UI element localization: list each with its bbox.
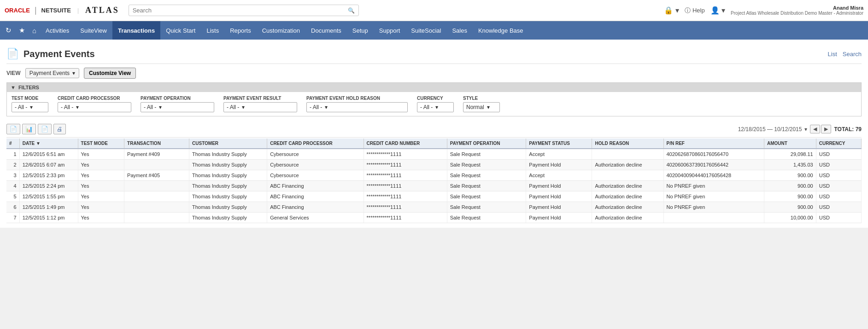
col-header-transaction: TRANSACTION [124,139,189,149]
help-button[interactable]: ⓘ Help [685,6,705,15]
search-input[interactable] [133,7,348,14]
table-row: 212/6/2015 6:07 amYesThomas Industry Sup… [6,160,862,170]
filter-holdreason-label: PAYMENT EVENT HOLD REASON [306,96,408,101]
nav-item-setup[interactable]: Setup [347,21,374,40]
cell-transaction [124,202,189,213]
cell-paystatus: Accept [526,170,592,181]
filter-holdreason: PAYMENT EVENT HOLD REASON - All - ▾ [306,96,408,112]
filter-processor-label: CREDIT CARD PROCESSOR [58,96,131,101]
cell-date: 12/5/2015 1:55 pm [19,191,78,202]
logo-divider: | [35,6,37,15]
cell-date: 12/5/2015 2:33 pm [19,170,78,181]
view-label: VIEW [6,70,21,76]
cell-currency: USD [816,202,861,213]
cell-date: 12/5/2015 1:12 pm [19,213,78,223]
filters-collapse-icon[interactable]: ▼ [11,85,16,90]
nav-item-transactions[interactable]: Transactions [112,21,160,40]
nav-item-documents[interactable]: Documents [305,21,347,40]
nav-item-activities[interactable]: Activities [40,21,75,40]
search-bar[interactable]: 🔍 [129,5,359,16]
cell-transaction [124,160,189,170]
cell-processor: General Services [267,213,364,223]
search-link[interactable]: Search [843,51,862,58]
cell-paystatus: Payment Hold [526,160,592,170]
list-link[interactable]: List [828,51,837,58]
cell-ccnum: ************1111 [364,213,447,223]
view-bar: VIEW Payment Events ▾ Customize View [6,64,862,82]
cell-amount: 10,000.00 [764,213,816,223]
filter-payop-arrow: ▾ [159,104,162,110]
cell-paystatus: Payment Hold [526,191,592,202]
export-csv-icon[interactable]: 📄 [6,124,20,134]
export-pdf-icon[interactable]: 📄 [38,124,52,134]
cell-transaction[interactable]: Payment #409 [124,149,189,160]
col-header-date[interactable]: DATE ▼ [19,139,78,149]
col-header-amount: AMOUNT [764,139,816,149]
view-dropdown[interactable]: Payment Events ▾ [25,68,79,78]
next-page-button[interactable]: ▶ [821,125,831,133]
cell-processor: Cybersource [267,170,364,181]
oracle-logo: ORACLE [5,7,30,14]
cell-processor: ABC Financing [267,181,364,191]
prev-page-button[interactable]: ◀ [810,125,820,133]
print-icon[interactable]: 🖨 [53,124,66,134]
cell-date: 12/5/2015 1:49 pm [19,202,78,213]
filter-testmode: TEST MODE - All - ▾ [12,96,48,112]
filter-processor-select[interactable]: - All - ▾ [58,102,131,112]
cell-customer: Thomas Industry Supply [189,202,267,213]
export-excel-icon[interactable]: 📊 [22,124,36,134]
star-icon[interactable]: ★ [15,21,29,40]
page-header: 📄 Payment Events List Search [6,44,862,64]
filter-testmode-arrow: ▾ [30,104,33,110]
nav-item-quickstart[interactable]: Quick Start [160,21,201,40]
cell-num: 4 [6,181,19,191]
cell-payop: Sale Request [447,191,526,202]
cell-amount: 900.00 [764,170,816,181]
cell-payop: Sale Request [447,170,526,181]
cell-customer: Thomas Industry Supply [189,213,267,223]
cell-pnref: No PNREF given [663,202,764,213]
col-header-customer: CUSTOMER [189,139,267,149]
nav-item-reports[interactable]: Reports [224,21,257,40]
nav-item-lists[interactable]: Lists [201,21,224,40]
filter-payop-label: PAYMENT OPERATION [141,96,214,101]
filter-holdreason-select[interactable]: - All - ▾ [306,102,408,112]
table-row: 612/5/2015 1:49 pmYesThomas Industry Sup… [6,202,862,213]
nav-item-customization[interactable]: Customization [257,21,305,40]
top-right-area: 🔒 ▾ ⓘ Help 👤 ▾ Anand Misra Project Atlas… [664,5,863,16]
cell-holdreason: Authorization decline [592,160,663,170]
cell-holdreason: Authorization decline [592,213,663,223]
page-actions: List Search [828,51,862,58]
filters-header: ▼ FILTERS [7,83,861,92]
atlas-logo: ATLAS [85,6,119,15]
nav-item-knowledgebase[interactable]: Knowledge Base [473,21,529,40]
cell-num: 2 [6,160,19,170]
filter-payresult-select[interactable]: - All - ▾ [223,102,297,112]
filter-payresult-arrow: ▾ [242,104,245,110]
cell-num: 6 [6,202,19,213]
page-content: 📄 Payment Events List Search VIEW Paymen… [0,40,868,228]
filter-style-select[interactable]: Normal ▾ [463,102,500,112]
filter-currency: CURRENCY - All - ▾ [417,96,454,112]
cell-currency: USD [816,191,861,202]
date-range-arrow[interactable]: ▾ [804,126,807,133]
cell-transaction [124,181,189,191]
customize-view-button[interactable]: Customize View [84,68,136,79]
search-icon[interactable]: 🔍 [348,7,355,14]
back-icon[interactable]: ↻ [2,21,15,40]
nav-item-sales[interactable]: Sales [446,21,473,40]
filter-testmode-select[interactable]: - All - ▾ [12,102,48,112]
user-icon[interactable]: 👤 ▾ [710,6,725,15]
nav-item-suitesocial[interactable]: SuiteSocial [405,21,446,40]
cell-amount: 29,098.11 [764,149,816,160]
cell-transaction[interactable]: Payment #405 [124,170,189,181]
filter-processor-arrow: ▾ [76,104,79,110]
filter-currency-select[interactable]: - All - ▾ [417,102,454,112]
filter-payop-select[interactable]: - All - ▾ [141,102,214,112]
notifications-icon[interactable]: 🔒 ▾ [664,6,679,15]
user-name: Anand Misra [731,5,863,11]
nav-item-suiteview[interactable]: SuiteView [75,21,112,40]
cell-num: 3 [6,170,19,181]
nav-item-support[interactable]: Support [374,21,406,40]
home-icon[interactable]: ⌂ [29,21,40,40]
